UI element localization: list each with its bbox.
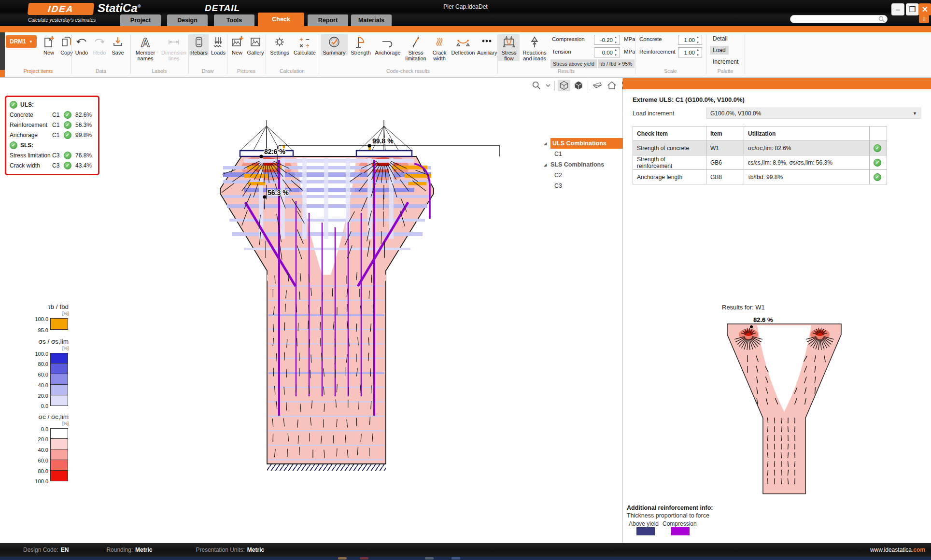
stress-above-yield-toggle[interactable]: Stress above yield xyxy=(550,59,597,68)
zoom-tool-button[interactable] xyxy=(530,80,543,91)
taskbar-icon xyxy=(338,557,347,560)
reactions-button[interactable]: Reactions and loads xyxy=(521,34,549,61)
results-panel: Extreme ULS: C1 (G100.0%, V100.0%) Load … xyxy=(623,78,931,544)
redo-button[interactable]: Redo xyxy=(91,34,108,56)
collapse-triangle-icon[interactable]: ◢ xyxy=(540,141,550,146)
button-label: Gallery xyxy=(246,50,265,56)
loads-button[interactable]: Loads xyxy=(210,34,227,56)
search-box[interactable] xyxy=(790,15,888,23)
tree-uls-combinations[interactable]: ◢ ULS Combinations xyxy=(540,138,623,149)
search-input[interactable] xyxy=(790,16,878,22)
brand-tagline: Calculate yesterday's estimates xyxy=(28,17,96,23)
load-increment-dropdown[interactable]: G100.0%, V100.0% ▼ xyxy=(706,108,921,119)
group-label-calculation: Calculation xyxy=(266,68,319,74)
deflection-button[interactable]: Deflection xyxy=(450,34,476,56)
zoom-options-chevron[interactable] xyxy=(545,80,551,91)
dimension-lines-button[interactable]: Dimension lines xyxy=(160,34,187,61)
ribbon: DRM1▼ New Copy Undo Redo Save A Member n… xyxy=(0,26,931,77)
compression-input[interactable]: -0.20▲▼ xyxy=(594,35,620,45)
taskbar-icon xyxy=(451,557,460,560)
presentation-units-item[interactable]: Presentation Units:Metric xyxy=(196,546,264,553)
button-label: Crack width xyxy=(430,50,449,61)
spinner-arrows-icon[interactable]: ▲▼ xyxy=(696,36,701,44)
group-label-data: Data xyxy=(71,68,130,74)
concrete-scale-input[interactable]: 1.00▲▼ xyxy=(678,35,702,45)
anchorage-button[interactable]: Anchorage xyxy=(374,34,402,56)
gallery-button[interactable]: Gallery xyxy=(246,34,265,56)
palette-increment[interactable]: Increment xyxy=(710,57,741,66)
spinner-arrows-icon[interactable]: ▲▼ xyxy=(614,48,619,56)
chevron-down-icon: ▼ xyxy=(29,40,33,44)
tension-unit: MPa xyxy=(624,49,635,55)
undo-button[interactable]: Undo xyxy=(73,34,90,56)
close-button[interactable]: ✕ xyxy=(918,3,931,15)
collapse-triangle-icon[interactable]: ◢ xyxy=(540,163,550,167)
tab-materials[interactable]: Materials xyxy=(351,14,392,26)
website-link[interactable]: www.ideastatica.com xyxy=(870,546,925,553)
button-label: Reactions and loads xyxy=(521,50,549,61)
crack-width-button[interactable]: Crack width xyxy=(430,34,449,61)
table-row[interactable]: Anchorage length GB8 τb/fbd: 99.8% ✓ xyxy=(633,170,887,184)
group-label-pictures: Pictures xyxy=(227,68,266,74)
summary-button[interactable]: Summary xyxy=(321,34,348,56)
settings-button[interactable]: Settings xyxy=(268,34,292,56)
reinforcement-scale-input[interactable]: 1.00▲▼ xyxy=(678,47,702,57)
tab-tools[interactable]: Tools xyxy=(214,14,254,26)
button-label: Calculate xyxy=(293,50,317,56)
group-label-project-items: Project items xyxy=(5,68,71,74)
results-panel-header[interactable] xyxy=(623,78,931,89)
tab-project[interactable]: Project xyxy=(120,14,161,26)
button-label: Strength xyxy=(349,50,373,56)
gallery-icon xyxy=(246,35,265,49)
tree-sls-combinations[interactable]: ◢ SLS Combinations xyxy=(540,159,623,170)
compression-value: -0.20 xyxy=(600,37,613,43)
tree-item-c2[interactable]: C2 xyxy=(540,170,623,181)
project-item-selector[interactable]: DRM1▼ xyxy=(6,35,37,48)
tab-design[interactable]: Design xyxy=(167,14,208,26)
palette-detail[interactable]: Detail xyxy=(710,34,731,43)
auxiliary-button[interactable]: Auxiliary xyxy=(477,34,496,56)
maximize-button[interactable]: ❐ xyxy=(906,3,919,15)
new-picture-button[interactable]: New xyxy=(229,34,245,56)
check-icon: ✓ xyxy=(10,101,17,109)
save-button[interactable]: Save xyxy=(109,34,127,56)
spinner-arrows-icon[interactable]: ▲▼ xyxy=(614,36,619,44)
stress-flow-button[interactable]: Stress flow xyxy=(498,34,520,61)
info-button[interactable]: i xyxy=(919,15,929,23)
model-canvas[interactable]: 82.6 % 99.8 % 56.3 % xyxy=(0,78,623,544)
tension-input[interactable]: 0.00▲▼ xyxy=(594,47,620,57)
design-code-item[interactable]: Design Code:EN xyxy=(23,546,69,553)
new-project-item-button[interactable]: New xyxy=(41,34,57,56)
solid-view-button[interactable] xyxy=(572,80,585,91)
anchorage-utilization-label: 99.8 % xyxy=(372,137,394,145)
search-icon xyxy=(878,16,885,23)
table-row[interactable]: Strength of reinforcement GB6 εs/εs,lim:… xyxy=(633,155,887,170)
minimize-button[interactable]: – xyxy=(891,3,904,15)
tree-item-c1[interactable]: C1 xyxy=(540,149,623,159)
tab-check[interactable]: Check xyxy=(258,13,304,26)
tb-fbd-toggle[interactable]: τb / fbd > 95% xyxy=(598,59,635,68)
legend-sigma-s-swatch xyxy=(50,374,68,385)
member-names-button[interactable]: A Member names xyxy=(132,34,158,61)
strength-icon xyxy=(349,35,373,49)
clipping-view-button[interactable] xyxy=(591,80,604,91)
wireframe-view-button[interactable] xyxy=(558,80,570,91)
panel-expand-handle[interactable] xyxy=(0,70,5,77)
legend-unit: [%] xyxy=(62,421,69,426)
home-view-button[interactable] xyxy=(606,80,618,91)
strength-button[interactable]: Strength xyxy=(349,34,373,56)
table-row[interactable]: Strength of concrete W1 σc/σc,lim: 82.6%… xyxy=(633,141,887,155)
left-panel-edge xyxy=(0,32,5,77)
button-label: Member names xyxy=(132,50,158,61)
legend-sigma-c-title: σc / σc,lim xyxy=(39,413,69,420)
rounding-item[interactable]: Rounding:Metric xyxy=(106,546,152,553)
rebars-button[interactable]: Rebars xyxy=(189,34,209,56)
stress-limitation-button[interactable]: Stress limitation xyxy=(403,34,429,61)
calculate-button[interactable]: +−×÷ Calculate xyxy=(293,34,317,56)
tree-item-c3[interactable]: C3 xyxy=(540,181,623,191)
concrete-scale-label: Concrete xyxy=(639,36,662,42)
spinner-arrows-icon[interactable]: ▲▼ xyxy=(696,48,701,56)
palette-load[interactable]: Load xyxy=(710,46,729,55)
tab-report[interactable]: Report xyxy=(308,14,348,26)
stress-limitation-icon xyxy=(403,35,429,49)
